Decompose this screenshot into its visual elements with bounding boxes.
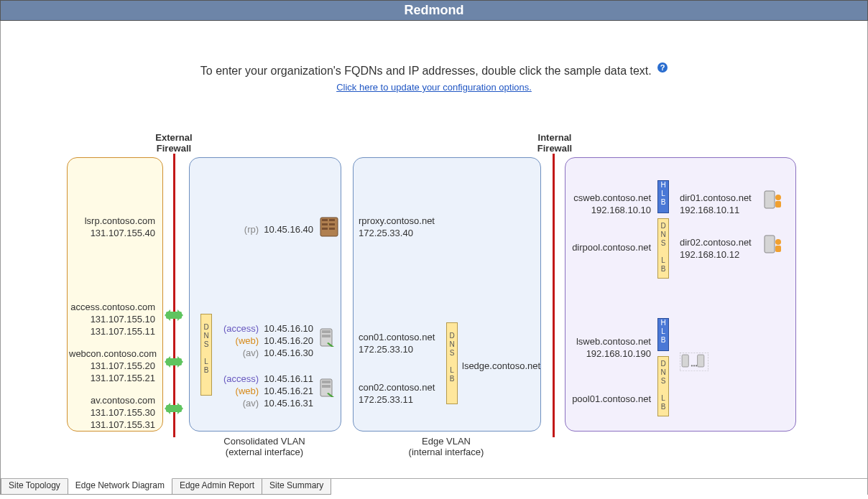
svg-point-24 xyxy=(696,365,697,366)
edge-caption: Edge VLAN(internal interface) xyxy=(353,436,540,457)
dirpool-label[interactable]: dirpool.contoso.net xyxy=(568,241,651,253)
edge-slot1[interactable]: (access) 10.45.16.10 (web) 10.45.16.20 (… xyxy=(216,322,313,359)
external-zone xyxy=(67,157,163,432)
av-block[interactable]: av.contoso.com131.107.155.30131.107.155.… xyxy=(69,394,155,431)
title-bar: Redmond xyxy=(0,0,868,21)
access-block[interactable]: access.contoso.com131.107.155.10131.107.… xyxy=(69,301,155,337)
pool01-label[interactable]: pool01.contoso.net xyxy=(568,393,651,405)
lsweb-block[interactable]: lsweb.contoso.net192.168.10.190 xyxy=(568,335,651,360)
svg-rect-4 xyxy=(329,223,335,225)
svg-rect-9 xyxy=(322,335,331,337)
tab-site-topology[interactable]: Site Topology xyxy=(1,479,68,495)
directory-server-icon xyxy=(764,190,784,210)
svg-rect-18 xyxy=(775,246,781,252)
svg-rect-2 xyxy=(329,219,335,221)
webcon-block[interactable]: webcon.contoso.com131.107.155.20131.107.… xyxy=(69,348,155,384)
svg-rect-21 xyxy=(698,355,704,367)
server-icon xyxy=(320,328,336,348)
config-link[interactable]: Click here to update your configuration … xyxy=(336,82,532,93)
server-pool-icon xyxy=(680,353,708,374)
server-icon xyxy=(320,378,336,398)
consolidated-caption: Consolidated VLAN(external interface) xyxy=(189,436,340,457)
external-firewall-label: External Firewall xyxy=(149,132,199,154)
bidir-arrow-icon xyxy=(166,405,182,412)
dns-lb-consolidated: DNS LB xyxy=(200,314,212,396)
svg-rect-12 xyxy=(322,385,331,388)
tab-edge-network-diagram[interactable]: Edge Network Diagram xyxy=(68,478,172,495)
tab-edge-admin-report[interactable]: Edge Admin Report xyxy=(172,479,262,495)
dns-lb-upper: DNS LB xyxy=(657,218,669,279)
config-link-wrap: Click here to update your configuration … xyxy=(1,82,867,93)
svg-rect-16 xyxy=(765,235,775,253)
svg-rect-13 xyxy=(765,191,775,208)
svg-rect-1 xyxy=(322,219,328,221)
svg-rect-5 xyxy=(322,228,328,230)
csweb-block[interactable]: csweb.contoso.net192.168.10.10 xyxy=(568,192,651,216)
hlb-lower: HLB xyxy=(657,318,669,351)
dns-lb-edge: DNS LB xyxy=(446,322,458,404)
lsedge-label[interactable]: lsedge.contoso.net xyxy=(462,360,540,372)
directory-server-icon xyxy=(764,235,784,255)
edge-slot2[interactable]: (access) 10.45.16.11 (web) 10.45.16.21 (… xyxy=(216,373,313,409)
instruction-text: To enter your organization's FQDNs and I… xyxy=(1,60,867,78)
dir02-block[interactable]: dir02.contoso.net192.168.10.12 xyxy=(680,236,752,261)
svg-rect-8 xyxy=(322,330,331,333)
bidir-arrow-icon xyxy=(166,312,182,319)
svg-point-17 xyxy=(775,239,781,245)
svg-rect-15 xyxy=(775,201,781,207)
con02-block[interactable]: con02.contoso.net172.25.33.11 xyxy=(359,381,435,406)
internal-firewall-label: Internal Firewall xyxy=(530,132,580,154)
tab-site-summary[interactable]: Site Summary xyxy=(262,479,331,495)
svg-point-22 xyxy=(691,365,693,366)
internal-firewall-line xyxy=(553,154,555,437)
page-title: Redmond xyxy=(405,3,464,17)
rproxy-block[interactable]: rproxy.contoso.net172.25.33.40 xyxy=(359,215,435,239)
svg-point-23 xyxy=(693,365,695,366)
svg-rect-3 xyxy=(322,223,328,225)
tab-strip: Site Topology Edge Network Diagram Edge … xyxy=(1,478,867,495)
diagram-canvas: To enter your organization's FQDNs and I… xyxy=(0,21,868,495)
svg-point-14 xyxy=(775,195,781,200)
help-icon[interactable]: ? xyxy=(657,60,668,73)
svg-rect-20 xyxy=(682,355,688,367)
bidir-arrow-icon xyxy=(166,358,182,365)
external-firewall-line xyxy=(173,154,175,437)
con01-block[interactable]: con01.contoso.net172.25.33.10 xyxy=(359,331,435,355)
reverse-proxy-server-icon xyxy=(320,217,338,237)
hlb-upper: HLB xyxy=(657,180,669,213)
svg-rect-6 xyxy=(329,228,335,230)
svg-rect-11 xyxy=(322,381,331,383)
rp-block[interactable]: (rp) 10.45.16.40 xyxy=(223,223,313,235)
dir01-block[interactable]: dir01.contoso.net192.168.10.11 xyxy=(680,192,752,216)
dns-lb-lower: DNS LB xyxy=(657,356,669,416)
lsrp-block[interactable]: lsrp.contoso.com131.107.155.40 xyxy=(69,215,155,239)
